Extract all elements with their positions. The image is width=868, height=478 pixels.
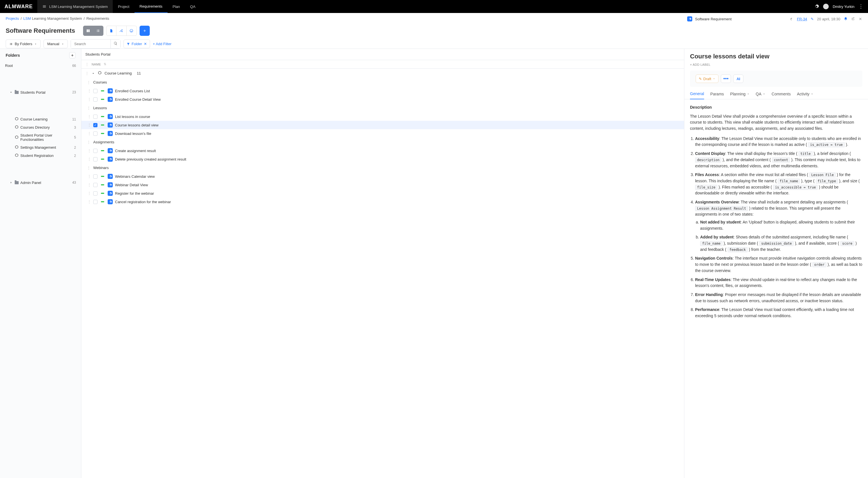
detail-panel: Course lessons detail view + ADD LABEL ✎… (684, 49, 868, 53)
close-icon[interactable] (858, 17, 862, 21)
add-filter[interactable]: + Add Filter (153, 42, 172, 46)
link-icon[interactable] (789, 17, 794, 21)
project-selector-label: LSM Learning Management System (49, 4, 107, 9)
topnav: Project Requirements Plan QA (113, 0, 200, 13)
hamburger-icon (42, 4, 46, 8)
search-box (71, 39, 121, 48)
logo: ALMWARE (4, 4, 33, 10)
breadcrumb-projects[interactable]: Projects (6, 16, 19, 21)
detail-date: 20 april, 18:30 (817, 17, 840, 21)
topnav-project[interactable]: Project (113, 0, 134, 13)
list-header: Students Portal (82, 49, 684, 53)
page-title: Software Requirements (6, 27, 75, 34)
smiley-icon (129, 29, 133, 33)
shuffle-icon (119, 29, 123, 33)
sidebar-header: Folders + (0, 49, 81, 53)
smiley-button[interactable] (127, 26, 137, 36)
add-folder-button[interactable]: + (69, 52, 75, 53)
detail-date-icon: ✎ (811, 17, 814, 21)
list-sort-icon (9, 42, 13, 46)
main-layout: Folders + Root 66 Students Portal 23 Cou… (0, 48, 868, 53)
topbar-right: Dmitry Yurkin ⋮ (814, 3, 864, 10)
add-button[interactable] (140, 26, 150, 36)
topnav-qa[interactable]: QA (185, 0, 200, 13)
detail-type-label: Software Requirement (695, 17, 732, 21)
view-panels-button[interactable] (83, 26, 93, 36)
topbar: ALMWARE LSM Learning Management System P… (0, 0, 868, 13)
page-header: Software Requirements (0, 24, 868, 39)
folder-filter-chip[interactable]: Folder ✕ (123, 39, 150, 48)
clear-folder-filter[interactable]: ✕ (144, 42, 147, 46)
detail-topbar: Software Requirement FR-34 ✎ 20 april, 1… (682, 13, 868, 25)
more-icon[interactable]: ⋮ (858, 3, 864, 10)
requirements-list: Students Portal ⋮ NAME ⇅ ⋮ Course Learni… (82, 49, 684, 53)
shuffle-button[interactable] (116, 26, 127, 36)
breadcrumb-lsm[interactable]: LSM (24, 16, 31, 21)
sidebar: Folders + Root 66 Students Portal 23 Cou… (0, 49, 82, 53)
search-icon (114, 41, 118, 45)
panels-icon (86, 29, 90, 33)
chevron-down-icon (61, 43, 64, 45)
list-icon (96, 29, 100, 33)
manual-dropdown[interactable]: Manual (43, 39, 68, 48)
doc-button[interactable] (106, 26, 116, 36)
search-button[interactable] (111, 39, 120, 48)
topnav-plan[interactable]: Plan (167, 0, 185, 13)
by-folders-dropdown[interactable]: By Folders (6, 39, 41, 48)
search-input[interactable] (71, 40, 111, 48)
external-icon[interactable] (851, 17, 855, 21)
view-list-button[interactable] (93, 26, 103, 36)
detail-header: Course lessons detail view + ADD LABEL (684, 49, 868, 53)
settings-icon[interactable] (814, 4, 819, 9)
detail-id[interactable]: FR-34 (797, 17, 807, 21)
project-selector[interactable]: LSM Learning Management System (37, 0, 113, 13)
avatar[interactable] (823, 4, 829, 9)
requirement-type-icon (687, 16, 692, 22)
funnel-icon (127, 42, 130, 46)
user-name: Dmitry Yurkin (833, 4, 855, 9)
doc-icon (110, 29, 113, 33)
topnav-requirements[interactable]: Requirements (134, 0, 167, 13)
bell-icon[interactable] (844, 17, 848, 21)
plus-icon (143, 29, 147, 33)
chevron-down-icon (34, 43, 37, 45)
breadcrumb-requirements: Requirements (87, 16, 110, 21)
